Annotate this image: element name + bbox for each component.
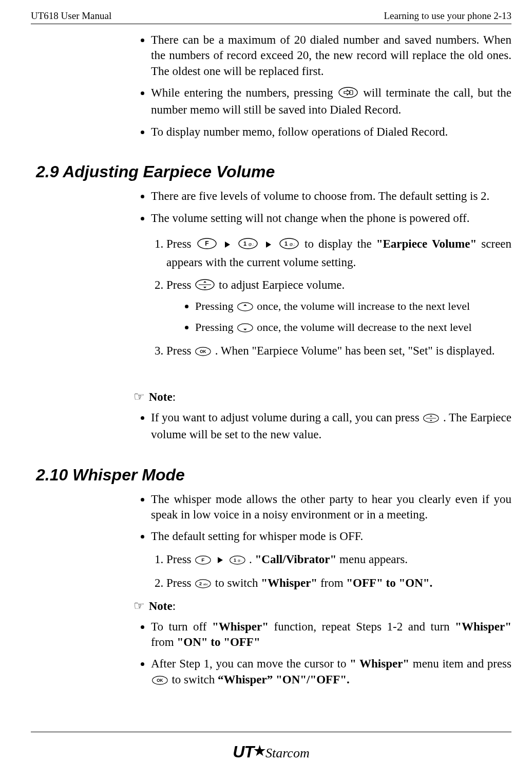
sec210-step2: Press 2abc to switch "Whisper" from "OFF… — [166, 574, 511, 593]
svg-text:1: 1 — [243, 240, 246, 247]
sec210-steps: Press F 1@.: . "Call/Vibrator" menu appe… — [134, 551, 511, 593]
sec29-step2: Press to adjust Earpiece volume. Pressin… — [166, 276, 511, 337]
sec210-note-b2: After Step 1, you can move the cursor to… — [151, 656, 511, 689]
svg-text:OK: OK — [200, 349, 206, 354]
one-key-icon: 1@.: — [238, 237, 258, 254]
svg-text:2: 2 — [199, 581, 202, 586]
sec29-step3: Press OK . When "Earpiece Volume" has be… — [166, 342, 511, 361]
sec29-intro-2: The volume setting will not change when … — [151, 211, 511, 226]
f-key-icon: F — [197, 237, 217, 254]
pointing-hand-icon: ☞ — [134, 599, 145, 612]
svg-text:@.:: @.: — [289, 243, 295, 246]
nav-key-icon — [423, 412, 440, 427]
top-bullet-3: To display number memo, follow operation… — [151, 124, 511, 140]
arrow-icon — [266, 242, 271, 248]
sec29-step1: Press F 1@.: 1@.: to display the "Earpie… — [166, 235, 511, 271]
sec210-note-b1: To turn off "Whisper" function, repeat S… — [151, 619, 511, 651]
sec29-note-list: If you want to adjust volume during a ca… — [134, 410, 511, 443]
sec29-steps: Press F 1@.: 1@.: to display the "Earpie… — [134, 235, 511, 361]
section-2-10-title: 2.10 Whisper Mode — [36, 466, 511, 485]
svg-text:F: F — [202, 557, 205, 563]
sec210-intro-1: The whisper mode allows the other party … — [151, 492, 511, 523]
ok-key-icon: OK — [195, 344, 212, 361]
up-key-icon — [237, 300, 254, 316]
pointing-hand-icon: ☞ — [134, 390, 145, 403]
section-2-9-title: 2.9 Adjusting Earpiece Volume — [36, 162, 511, 181]
sec29-intro-1: There are five levels of volume to choos… — [151, 189, 511, 204]
arrow-icon — [225, 242, 230, 248]
utstarcom-logo: UT★Starcom — [31, 742, 511, 762]
sec29-intro-list: There are five levels of volume to choos… — [134, 189, 511, 226]
sec210-intro-list: The whisper mode allows the other party … — [134, 492, 511, 545]
sec29-note-bullet: If you want to adjust volume during a ca… — [151, 410, 511, 443]
sec210-note: ☞ Note: — [134, 599, 511, 613]
arrow-icon — [218, 557, 223, 563]
sec29-note: ☞ Note: — [134, 389, 511, 404]
f-key-icon: F — [195, 552, 212, 569]
one-key-icon: 1@.: — [279, 237, 299, 254]
header-left: UT618 User Manual — [31, 10, 111, 22]
header-right: Learning to use your phone 2-13 — [384, 10, 511, 22]
top-bullet-list: There can be a maximum of 20 dialed numb… — [134, 32, 511, 140]
sec210-step1: Press F 1@.: . "Call/Vibrator" menu appe… — [166, 551, 511, 569]
svg-text:OK: OK — [157, 678, 163, 683]
svg-text:1: 1 — [284, 240, 288, 247]
sec29-step2-sub: Pressing once, the volume will increase … — [166, 298, 511, 337]
ok-key-icon: OK — [151, 674, 168, 689]
one-key-icon: 1@.: — [229, 552, 246, 569]
sec29-step2-sub1: Pressing once, the volume will increase … — [195, 298, 511, 316]
sec29-step2-sub2: Pressing once, the volume will decrease … — [195, 319, 511, 337]
svg-text:abc: abc — [203, 583, 208, 586]
top-rule — [31, 24, 511, 24]
sec210-intro-2: The default setting for whisper mode is … — [151, 529, 511, 544]
svg-text:1: 1 — [233, 558, 236, 563]
bottom-rule — [31, 732, 511, 732]
svg-text:@.:: @.: — [237, 559, 242, 562]
sec210-note-list: To turn off "Whisper" function, repeat S… — [134, 619, 511, 689]
end-key-icon — [338, 87, 358, 102]
svg-text:@.:: @.: — [248, 243, 254, 246]
star-icon: ★ — [254, 744, 265, 758]
nav-key-icon — [195, 278, 215, 295]
down-key-icon — [237, 321, 254, 337]
top-bullet-1: There can be a maximum of 20 dialed numb… — [151, 32, 511, 79]
top-bullet-2: While entering the numbers, pressing wil… — [151, 85, 511, 118]
svg-text:F: F — [205, 240, 208, 247]
two-key-icon: 2abc — [195, 576, 212, 593]
